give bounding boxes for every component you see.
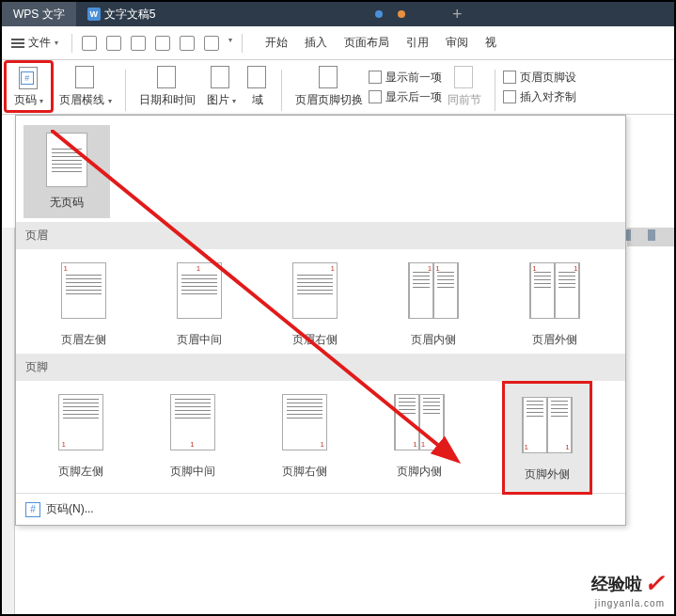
page-number-icon: # — [19, 67, 39, 90]
switch-label: 页眉页脚切换 — [295, 92, 363, 108]
next-icon — [369, 90, 382, 103]
no-page-number-option[interactable]: 无页码 — [24, 125, 110, 218]
vertical-ruler: 22 — [2, 228, 15, 616]
tab-insert[interactable]: 插入 — [305, 35, 327, 51]
section-header-top: 页眉 — [16, 222, 625, 249]
option-label: 页眉右侧 — [292, 332, 338, 348]
divider — [242, 34, 243, 53]
tab-page-layout[interactable]: 页面布局 — [344, 35, 389, 51]
settings-list: 页眉页脚设 插入对齐制 — [503, 66, 576, 109]
align-label: 插入对齐制 — [520, 89, 576, 105]
footer-inside-option[interactable]: 1 1 页脚内侧 — [394, 394, 445, 487]
redo-icon[interactable] — [204, 36, 219, 51]
divider — [125, 70, 126, 111]
image-label: 图片 ▾ — [207, 92, 236, 108]
option-label: 页眉外侧 — [532, 332, 577, 348]
header-line-label: 页眉横线 ▾ — [59, 92, 111, 108]
calendar-icon — [157, 66, 178, 90]
settings-icon — [503, 71, 516, 84]
header-line-button[interactable]: 页眉横线 ▾ — [54, 64, 117, 110]
option-label: 页脚右侧 — [282, 464, 327, 480]
ruler-handle[interactable] — [648, 229, 655, 241]
header-options-row: 1 页眉左侧 1 页眉中间 1 页眉右侧 1 1 页眉内侧 1 1 页眉外侧 — [16, 249, 625, 354]
check-icon: ✓ — [644, 569, 665, 598]
preview-icon: 1 1 — [394, 394, 445, 450]
field-icon — [247, 66, 268, 90]
status-dot-orange — [398, 10, 405, 18]
divider — [495, 70, 495, 111]
preview-icon: 1 — [61, 262, 106, 319]
image-button[interactable]: 图片 ▾ — [201, 64, 242, 110]
footer-center-option[interactable]: 1 页脚中间 — [170, 394, 215, 487]
show-next-button[interactable]: 显示后一项 — [369, 89, 442, 105]
header-left-option[interactable]: 1 页眉左侧 — [61, 262, 106, 348]
header-center-option[interactable]: 1 页眉中间 — [177, 262, 222, 348]
header-right-option[interactable]: 1 页眉右侧 — [292, 262, 338, 348]
preview-icon: 1 1 — [522, 397, 573, 453]
ribbon: # 页码 ▾ 页眉横线 ▾ 日期和时间 图片 ▾ 域 页眉页脚切换 显示前一项 … — [2, 60, 674, 115]
main-toolbar: 文件 ▾ ▾ 开始 插入 页面布局 引用 审阅 视 — [2, 26, 674, 60]
datetime-label: 日期和时间 — [139, 92, 196, 108]
footer-action-label: 页码(N)... — [46, 501, 94, 517]
preview-icon: 1 — [282, 394, 327, 450]
app-tab[interactable]: WPS 文字 — [2, 2, 76, 26]
chevron-down-icon[interactable]: ▾ — [228, 36, 232, 51]
document-tab[interactable]: W 文字文稿5 — [76, 2, 167, 26]
same-section-icon — [454, 66, 475, 90]
show-next-label: 显示后一项 — [385, 89, 442, 105]
watermark-text: 经验啦 — [591, 573, 642, 595]
preview-icon: 1 — [58, 394, 103, 450]
dropdown-top: 无页码 — [16, 116, 625, 222]
header-footer-switch-button[interactable]: 页眉页脚切换 — [290, 64, 369, 110]
app-tab-label: WPS 文字 — [13, 7, 65, 23]
print-preview-icon[interactable] — [155, 36, 170, 51]
preview-icon: 1 1 — [408, 262, 459, 319]
new-tab-button[interactable]: + — [441, 5, 474, 24]
datetime-button[interactable]: 日期和时间 — [134, 64, 201, 110]
image-icon — [211, 66, 231, 90]
header-line-icon — [75, 66, 96, 90]
menu-tabs: 开始 插入 页面布局 引用 审阅 视 — [265, 35, 496, 51]
tab-reference[interactable]: 引用 — [406, 35, 429, 51]
tab-start[interactable]: 开始 — [265, 35, 288, 51]
option-label: 页脚内侧 — [397, 464, 442, 480]
option-label: 页脚中间 — [170, 464, 215, 480]
footer-outside-option[interactable]: 1 1 页脚外侧 — [502, 381, 592, 495]
status-dot-blue — [375, 10, 383, 18]
file-menu-button[interactable]: 文件 ▾ — [2, 35, 68, 51]
save-icon[interactable] — [106, 36, 121, 51]
no-page-label: 无页码 — [50, 195, 84, 211]
insert-align-button[interactable]: 插入对齐制 — [503, 89, 576, 105]
show-prev-label: 显示前一项 — [385, 70, 442, 86]
option-label: 页眉内侧 — [411, 332, 456, 348]
section-header-footer: 页脚 — [16, 354, 625, 381]
undo-icon[interactable] — [180, 36, 195, 51]
document-tab-label: 文字文稿5 — [104, 7, 156, 23]
field-button[interactable]: 域 — [242, 64, 274, 110]
print-icon[interactable] — [131, 36, 146, 51]
option-label: 页脚左侧 — [58, 464, 103, 480]
settings-label: 页眉页脚设 — [520, 70, 576, 86]
file-label: 文件 — [28, 35, 51, 51]
footer-left-option[interactable]: 1 页脚左侧 — [58, 394, 103, 487]
page-number-dialog-button[interactable]: # 页码(N)... — [16, 493, 625, 525]
header-inside-option[interactable]: 1 1 页眉内侧 — [408, 262, 459, 348]
page-number-button[interactable]: # 页码 ▾ — [4, 60, 54, 113]
watermark-url: jingyanla.com — [591, 598, 665, 608]
align-icon — [503, 90, 516, 103]
divider — [71, 34, 72, 53]
switch-icon — [319, 66, 339, 90]
same-section-button[interactable]: 同前节 — [442, 64, 487, 110]
open-icon[interactable] — [82, 36, 97, 51]
hamburger-icon — [11, 39, 24, 48]
show-prev-button[interactable]: 显示前一项 — [369, 70, 442, 86]
tab-view[interactable]: 视 — [485, 35, 496, 51]
footer-right-option[interactable]: 1 页脚右侧 — [282, 394, 327, 487]
same-section-label: 同前节 — [448, 92, 481, 108]
preview-icon: 1 — [170, 394, 215, 450]
header-footer-settings-button[interactable]: 页眉页脚设 — [503, 70, 576, 86]
field-label: 域 — [252, 92, 263, 108]
divider — [281, 70, 282, 111]
header-outside-option[interactable]: 1 1 页眉外侧 — [529, 262, 580, 348]
tab-review[interactable]: 审阅 — [446, 35, 468, 51]
